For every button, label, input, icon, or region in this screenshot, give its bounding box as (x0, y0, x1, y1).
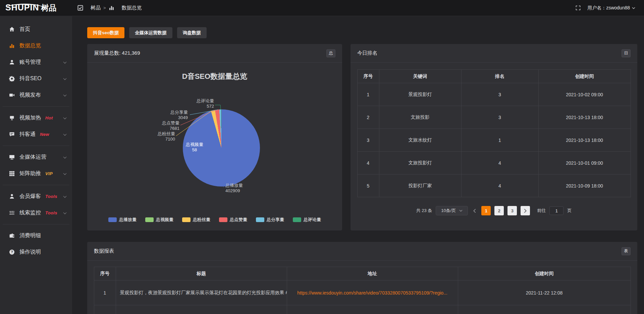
panels-row: 展现量总数: 421,369 总 D音SEO数据量总览 总评论量 (87, 44, 637, 230)
username-label: 用户名：zswodun88 (587, 5, 630, 11)
cell-rank: 4 (461, 152, 538, 174)
breadcrumb-current: 数据总览 (122, 5, 142, 11)
sidebar-divider (3, 106, 69, 107)
cell-index: 2 (357, 106, 379, 129)
sidebar-item-video-heat[interactable]: 视频加热 Hot (0, 110, 72, 126)
chevron-left-icon (473, 209, 476, 213)
page-button-1[interactable]: 1 (481, 206, 491, 215)
sidebar-item-matrix-boost[interactable]: 矩阵助推 VIP (0, 165, 72, 182)
chevron-down-icon (63, 76, 67, 80)
cell-index: 5 (357, 174, 379, 197)
fullscreen-icon[interactable] (576, 5, 581, 10)
table-row: 3 文旅水纹灯 1 2021-10-13 18:00 (357, 129, 631, 152)
legend-item-plays[interactable]: 总播放量 (108, 217, 137, 223)
ranking-panel-title: 今日排名 (357, 50, 377, 56)
gear-icon (9, 76, 15, 82)
goto-suffix-label: 页 (567, 208, 572, 214)
sidebar: 首页 数据总览 账号管理 抖音SEO 视频发布 视频加热 Hot (0, 16, 72, 314)
sidebar-item-douketong[interactable]: 抖客通 New (0, 126, 72, 143)
topbar-right: 用户名：zswodun88 (576, 5, 644, 11)
pie-label-name: 总视频量 (178, 142, 211, 147)
legend-label: 总播放量 (119, 217, 137, 223)
chat-bubble-icon (9, 132, 15, 137)
tab-inquiry-data[interactable]: 询盘数据 (177, 27, 207, 38)
sidebar-item-lead-monitor[interactable]: 线索监控 Tools (0, 205, 72, 221)
sidebar-item-label: 消费明细 (19, 232, 41, 239)
pie-label-likes: 总点赞量 7681 (162, 120, 179, 131)
sidebar-item-help[interactable]: ? 操作说明 (0, 244, 72, 260)
day-mode-button[interactable]: 日 (622, 49, 631, 57)
table-row: 1 景观投影灯 3 2021-10-02 09:00 (357, 83, 631, 106)
legend-label: 总评论量 (304, 217, 321, 223)
leader-line (215, 105, 221, 110)
sidebar-item-label: 线索监控 (19, 209, 41, 216)
legend-item-comments[interactable]: 总评论量 (293, 217, 321, 223)
ranking-panel: 今日排名 日 序号 关键词 排名 创建时间 (351, 44, 637, 230)
sidebar-divider (3, 224, 69, 224)
prev-page-button[interactable] (472, 209, 478, 213)
cell-created: 2021-10-01 09:00 (538, 152, 631, 174)
tab-douyin-seo-data[interactable]: 抖音seo数据 (87, 27, 124, 38)
grid-icon (9, 171, 15, 176)
app-logo[interactable]: SHUPIN 树品 (0, 3, 72, 13)
cell-rank: 3 (461, 106, 538, 129)
pie-label-name: 总评论量 (197, 98, 214, 104)
overview-panel-header: 展现量总数: 421,369 总 (87, 44, 342, 63)
pie-label-comments: 总评论量 572 (197, 98, 214, 109)
video-link[interactable]: https://www.iesdouyin.com/share/video/70… (297, 290, 447, 296)
pie-label-videos: 总视频量 58 (178, 142, 211, 153)
sidebar-item-account[interactable]: 账号管理 (0, 54, 72, 70)
sidebar-item-member[interactable]: 会员爆客 Tools (0, 188, 72, 205)
total-mode-button[interactable]: 总 (326, 49, 335, 57)
column-header: 序号 (357, 70, 379, 83)
pie-label-value: 58 (178, 147, 211, 153)
legend-item-fans[interactable]: 总粉丝量 (182, 217, 210, 223)
sidebar-item-home[interactable]: 首页 (0, 21, 72, 38)
page-size-select[interactable]: 10条/页 (436, 206, 468, 215)
sidebar-item-expense[interactable]: 消费明细 (0, 227, 72, 244)
ranking-table: 序号 关键词 排名 创建时间 1 景观投影灯 3 2021-10-02 09:0… (357, 69, 631, 197)
sidebar-item-label: 抖客通 (19, 131, 36, 138)
page-button-3[interactable]: 3 (507, 206, 517, 215)
pie-chart-area: D音SEO数据量总览 总评论量 572 总分享量 (87, 63, 342, 230)
pagination: 共 23 条 10条/页 1 2 3 前往 (351, 206, 637, 215)
legend-label: 总视频量 (156, 217, 173, 223)
cell-keyword: 投影灯厂家 (379, 174, 461, 197)
sidebar-item-data-overview[interactable]: 数据总览 (0, 38, 72, 54)
bar-chart-icon (109, 5, 114, 11)
breadcrumb-root[interactable]: 树品 (91, 5, 101, 11)
overview-panel: 展现量总数: 421,369 总 D音SEO数据量总览 总评论量 (87, 44, 342, 230)
cell-index: 1 (94, 280, 116, 305)
sliders-icon (9, 210, 15, 216)
username-menu[interactable]: 用户名：zswodun88 (587, 5, 635, 11)
legend-item-videos[interactable]: 总视频量 (145, 217, 173, 223)
tools-badge: Tools (45, 194, 57, 199)
sidebar-item-media-operation[interactable]: 全媒体运营 (0, 149, 72, 165)
legend-swatch (145, 217, 154, 222)
table-row: 2 文旅投影 3 2021-10-13 18:00 (357, 106, 631, 129)
sidebar-item-label: 视频加热 (19, 114, 41, 121)
pie-label-value: 3049 (170, 115, 188, 120)
page-button-2[interactable]: 2 (494, 206, 504, 215)
next-page-button[interactable] (521, 206, 530, 215)
column-header: 创建时间 (458, 267, 631, 280)
chevron-down-icon (632, 7, 635, 9)
tab-media-operation-data[interactable]: 全媒体运营数据 (129, 27, 172, 38)
legend-swatch (219, 217, 227, 222)
sidebar-item-video-publish[interactable]: 视频发布 (0, 87, 72, 103)
goto-page-input[interactable] (549, 206, 564, 215)
report-panel: 数据报表 表 序号 标题 地址 创建时间 1 景观投影灯，夜游景观投影灯厂 (87, 242, 637, 314)
legend-item-likes[interactable]: 总点赞量 (219, 217, 247, 223)
sidebar-item-douyin-seo[interactable]: 抖音SEO (0, 70, 72, 87)
table-mode-button[interactable]: 表 (622, 247, 631, 255)
legend-swatch (182, 217, 191, 222)
cell-index: 4 (357, 152, 379, 174)
cell-rank: 4 (461, 174, 538, 197)
chevron-down-icon (63, 171, 67, 175)
main-content: 抖音seo数据 全媒体运营数据 询盘数据 展现量总数: 421,369 总 D音… (72, 16, 644, 314)
video-camera-icon (9, 92, 15, 98)
sidebar-item-label: 全媒体运营 (19, 154, 46, 161)
legend-swatch (108, 217, 117, 222)
legend-item-shares[interactable]: 总分享量 (256, 217, 284, 223)
column-header: 标题 (116, 267, 287, 280)
